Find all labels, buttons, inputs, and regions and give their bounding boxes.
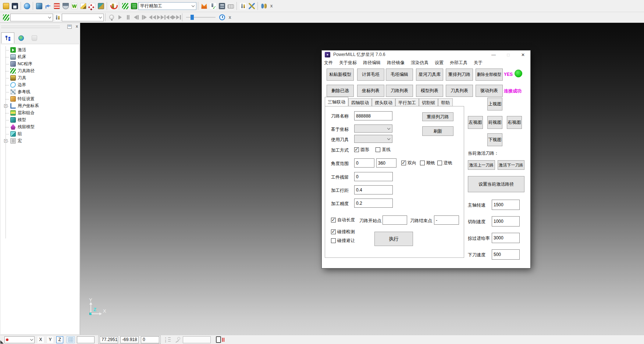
tool-list-button[interactable]: 刀具列表 bbox=[446, 85, 473, 97]
close-button[interactable]: ✕ bbox=[516, 52, 530, 57]
go-start-button[interactable] bbox=[165, 14, 172, 21]
tool-cylinders-icon[interactable] bbox=[260, 2, 268, 10]
bulb-icon[interactable] bbox=[107, 13, 115, 21]
tree-item-nc-program[interactable]: NC程序 bbox=[2, 60, 79, 67]
view-left-button[interactable]: 左视图 bbox=[468, 116, 483, 129]
clipboard-icon[interactable] bbox=[216, 336, 221, 343]
based-coord-dropdown[interactable] bbox=[354, 124, 392, 133]
view-top-button[interactable]: 上视图 bbox=[487, 98, 502, 110]
slider-handle[interactable] bbox=[191, 15, 194, 20]
checkbox-checked-icon[interactable] bbox=[354, 147, 359, 152]
tool-holder-icon[interactable] bbox=[109, 2, 117, 10]
axis-y-button[interactable]: Y bbox=[47, 336, 54, 343]
menu-render-sim[interactable]: 渲染仿真 bbox=[411, 60, 428, 66]
activate-next-toolpath-button[interactable]: 激活下一刀路 bbox=[498, 160, 524, 170]
toolbar-close-icon[interactable]: x bbox=[268, 2, 274, 10]
menu-path-mirror[interactable]: 路径镜像 bbox=[387, 60, 405, 66]
tree-item-pattern[interactable]: 参考线 bbox=[2, 88, 79, 95]
delete-all-models-button[interactable]: 删除全部模型 bbox=[476, 69, 503, 81]
grid-size-field[interactable] bbox=[77, 336, 95, 343]
tolerance-field[interactable] bbox=[183, 336, 211, 343]
rearrange-toolpaths-button[interactable]: 重排列刀路 bbox=[446, 69, 473, 81]
angle-from-input[interactable] bbox=[354, 158, 374, 168]
toolpath-select-dropdown[interactable] bbox=[10, 14, 53, 21]
menu-file[interactable]: 文件 bbox=[324, 60, 333, 66]
compute-stock-button[interactable]: 计算毛坯 bbox=[357, 69, 384, 81]
create-block-icon[interactable] bbox=[35, 2, 43, 10]
toolpath-list-button[interactable]: 刀路列表 bbox=[386, 85, 413, 97]
tree-item-machine[interactable]: 机床 bbox=[2, 53, 79, 60]
toolpath-name-input[interactable] bbox=[354, 111, 392, 120]
ball-tool-icon[interactable] bbox=[61, 2, 70, 10]
checkbox-checked-icon[interactable] bbox=[331, 229, 336, 234]
checkbox-icon[interactable] bbox=[331, 238, 336, 243]
stepover-input[interactable] bbox=[354, 185, 393, 194]
teapot-model-icon[interactable] bbox=[23, 2, 31, 10]
menu-about[interactable]: 关于 bbox=[474, 60, 483, 66]
tree-item-tools[interactable]: 刀具 bbox=[2, 74, 79, 81]
tree-item-workplanes[interactable]: +用户坐标系 bbox=[2, 102, 79, 109]
tab-explorer-tree[interactable] bbox=[1, 32, 14, 43]
delete-selected-button[interactable]: 删除已选 bbox=[327, 85, 354, 97]
strategy-dropdown[interactable]: 平行精加工 bbox=[138, 2, 196, 10]
panel-grip[interactable]: x bbox=[0, 23, 80, 31]
stock-edit-button[interactable]: 毛坯编辑 bbox=[386, 69, 413, 81]
clock-icon[interactable] bbox=[218, 13, 226, 21]
edit-pencil-icon[interactable] bbox=[79, 2, 87, 10]
execute-button[interactable]: 执行 bbox=[374, 232, 413, 246]
tool-block-icon[interactable] bbox=[97, 2, 105, 10]
paste-new-model-button[interactable]: 粘贴新模型 bbox=[327, 69, 354, 81]
calculator-icon[interactable] bbox=[218, 2, 226, 10]
spindle-speed-input[interactable] bbox=[492, 200, 520, 210]
fast-forward-button[interactable] bbox=[157, 14, 164, 21]
toolpath-jump-icon[interactable] bbox=[44, 2, 52, 10]
tab-swivel-head[interactable]: 摆头联动 bbox=[372, 98, 395, 106]
axis-z-button[interactable]: Z bbox=[56, 336, 63, 343]
fox-toolpath-icon[interactable] bbox=[200, 2, 208, 10]
step-forward-button[interactable] bbox=[140, 14, 148, 21]
view-right-button[interactable]: 右视图 bbox=[507, 116, 522, 129]
rearrange-toolpaths-button2[interactable]: 重排列刀路 bbox=[422, 112, 453, 121]
pause-button[interactable] bbox=[124, 14, 132, 21]
xyz-list-icon[interactable] bbox=[165, 337, 171, 343]
set-active-path-button[interactable]: 设置当前激活路径 bbox=[468, 176, 524, 192]
toolbar-close-icon[interactable]: x bbox=[227, 13, 233, 21]
probe-dropdown[interactable] bbox=[4, 336, 35, 343]
coord-z-field[interactable]: 0 bbox=[141, 336, 159, 343]
collision-check-checkbox[interactable]: 碰撞检测 bbox=[331, 229, 355, 235]
tool-pair-a-icon[interactable] bbox=[239, 2, 247, 10]
checkbox-icon[interactable] bbox=[376, 147, 380, 152]
checkbox-icon[interactable] bbox=[420, 161, 425, 165]
measure-ruler-icon[interactable] bbox=[227, 2, 235, 10]
activate-prev-toolpath-button[interactable]: 激活上一刀路 bbox=[468, 160, 495, 170]
bar-profile-icon[interactable] bbox=[53, 2, 61, 10]
tree-item-toolpaths[interactable]: 刀具路径 bbox=[2, 67, 79, 74]
tolerance-input[interactable] bbox=[354, 199, 393, 208]
checkbox-icon[interactable] bbox=[437, 161, 442, 165]
mode-line-checkbox[interactable]: 直线 bbox=[376, 147, 391, 153]
swap-arrows-icon[interactable] bbox=[248, 2, 256, 10]
tab-help[interactable]: 帮助 bbox=[438, 98, 453, 106]
climb-mill-checkbox[interactable]: 顺铣 bbox=[420, 160, 435, 166]
float-panel-icon[interactable] bbox=[67, 25, 72, 29]
coord-y-field[interactable]: -69.918 bbox=[120, 336, 139, 343]
tool-library-button[interactable]: 星河刀具库 bbox=[416, 69, 443, 81]
toolpath-end-input[interactable] bbox=[434, 215, 459, 225]
close-panel-icon[interactable]: x bbox=[76, 24, 78, 28]
tree-item-macros[interactable]: +宏 bbox=[2, 137, 79, 144]
tool-select-dropdown[interactable] bbox=[62, 14, 104, 21]
expand-icon[interactable]: + bbox=[4, 139, 7, 143]
dialog-titlebar[interactable]: PowerMILL 忆梦星河 7.0.6 — □ ✕ bbox=[322, 50, 530, 59]
tool-verify-icon[interactable] bbox=[209, 2, 217, 10]
rewind-button[interactable] bbox=[149, 14, 156, 21]
axis-x-button[interactable]: X bbox=[37, 336, 44, 343]
tab-recycle-bin[interactable] bbox=[28, 32, 41, 43]
toolpath-start-input[interactable] bbox=[383, 215, 407, 225]
open-file-icon[interactable] bbox=[2, 2, 10, 10]
step-back-button[interactable] bbox=[132, 14, 140, 21]
expand-icon[interactable]: + bbox=[4, 104, 7, 108]
tab-3axis[interactable]: 三轴联动 bbox=[325, 97, 348, 106]
collision-avoid-checkbox[interactable]: 碰撞避让 bbox=[331, 238, 355, 244]
stock-remain-input[interactable] bbox=[354, 172, 393, 181]
scatter-points-icon[interactable] bbox=[88, 2, 96, 10]
